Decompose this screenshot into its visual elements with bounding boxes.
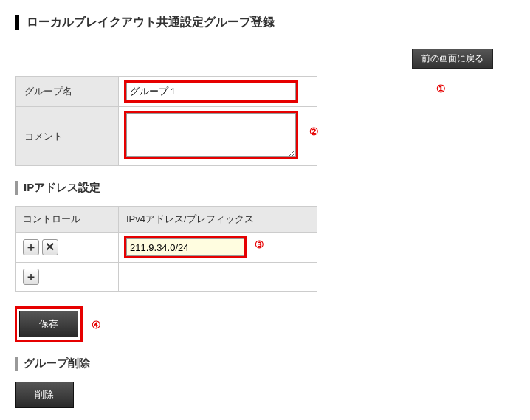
delete-section-title: グループ削除 [15, 357, 515, 371]
ip-row-empty: ＋ [16, 263, 317, 292]
control-column-header: コントロール [16, 207, 119, 233]
marker-4: ④ [92, 319, 101, 331]
ipv4-column-header: IPv4アドレス/プレフィックス [119, 207, 317, 233]
marker-3: ③ [255, 238, 264, 250]
comment-textarea[interactable] [126, 113, 296, 157]
ip-section-title: IPアドレス設定 [15, 181, 515, 195]
group-form-table: グループ名 ① コメント ② [15, 76, 317, 166]
delete-button[interactable]: 削除 [15, 382, 74, 408]
marker-2: ② [309, 125, 319, 137]
ip-table: コントロール IPv4アドレス/プレフィックス ＋ ✕ ③ ＋ [15, 206, 317, 292]
save-highlight: 保存 [15, 306, 83, 342]
add-row-icon[interactable]: ＋ [23, 239, 39, 255]
group-name-label: グループ名 [16, 77, 119, 107]
page-title: ローカルブレイクアウト共通設定グループ登録 [15, 15, 515, 30]
marker-1: ① [436, 83, 446, 94]
add-row-icon[interactable]: ＋ [23, 269, 39, 285]
remove-row-icon[interactable]: ✕ [42, 239, 58, 255]
save-button[interactable]: 保存 [19, 311, 78, 337]
ip-row: ＋ ✕ ③ [16, 233, 317, 263]
comment-label: コメント [16, 107, 119, 166]
group-name-input[interactable] [126, 83, 296, 100]
ipv4-input[interactable] [126, 238, 244, 256]
back-button[interactable]: 前の画面に戻る [412, 49, 493, 69]
